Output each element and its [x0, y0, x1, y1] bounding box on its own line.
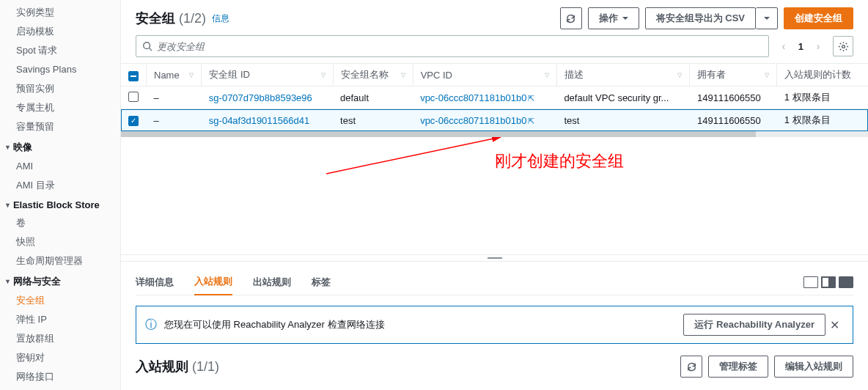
caret-down-icon: ▼ — [4, 144, 11, 151]
export-csv-button[interactable]: 将安全组导出为 CSV — [645, 7, 756, 29]
view-mode-split-horizontal[interactable] — [821, 276, 836, 288]
vpcid-link[interactable]: vpc-06ccc8071181b01b0 — [420, 115, 526, 126]
sidebar-item-ami-catalog[interactable]: AMI 目录 — [0, 176, 120, 195]
tab-tags[interactable]: 标签 — [312, 270, 331, 295]
sidebar-heading-images[interactable]: ▼映像 — [0, 136, 120, 157]
security-groups-table: Name▽ 安全组 ID▽ 安全组名称▽ VPC ID▽ 描述▽ 拥有者▽ 入站… — [121, 63, 868, 131]
search-input[interactable] — [157, 41, 762, 52]
col-name[interactable]: Name▽ — [147, 64, 202, 87]
scrollbar-thumb[interactable] — [121, 131, 756, 137]
row-checkbox[interactable]: ✓ — [128, 116, 139, 126]
manage-tags-button[interactable]: 管理标签 — [708, 356, 768, 378]
tab-details[interactable]: 详细信息 — [136, 270, 174, 295]
col-label: VPC ID — [421, 70, 452, 81]
refresh-rules-button[interactable] — [680, 356, 702, 378]
sidebar-item-capacity-reservations[interactable]: 容量预留 — [0, 117, 120, 136]
svg-point-0 — [144, 43, 150, 49]
sgid-link[interactable]: sg-04af3d19011566d41 — [209, 115, 309, 126]
col-sgname[interactable]: 安全组名称▽ — [333, 64, 413, 87]
vpcid-link[interactable]: vpc-06ccc8071181b01b0 — [420, 92, 526, 103]
splitter-handle[interactable] — [121, 254, 868, 262]
actions-label: 操作 — [599, 12, 618, 25]
row-checkbox[interactable] — [128, 92, 139, 102]
cell-inbound: 1 权限条目 — [777, 87, 868, 109]
close-alert-button[interactable]: ✕ — [825, 318, 844, 332]
page-title-text: 安全组 — [136, 11, 175, 26]
sort-icon: ▽ — [765, 73, 769, 77]
col-vpcid[interactable]: VPC ID▽ — [413, 64, 556, 87]
col-label: 入站规则的计数 — [784, 68, 851, 81]
settings-button[interactable] — [833, 36, 853, 56]
info-link[interactable]: 信息 — [212, 12, 229, 25]
sidebar-item-network-interfaces[interactable]: 网络接口 — [0, 367, 120, 386]
section-header: 入站规则 (1/1) 管理标签 编辑入站规则 — [136, 356, 853, 378]
sort-icon: ▽ — [545, 73, 549, 77]
col-label: Name — [154, 70, 180, 81]
table-row[interactable]: – sg-0707d79b8b8593e96 default vpc-06ccc… — [121, 87, 868, 109]
tab-inbound-rules[interactable]: 入站规则 — [194, 269, 232, 295]
cell-owner: 149111606550 — [690, 109, 777, 132]
create-security-group-button[interactable]: 创建安全组 — [784, 7, 853, 29]
caret-down-icon: ▼ — [4, 278, 11, 285]
sidebar-item-reserved-instances[interactable]: 预留实例 — [0, 79, 120, 98]
tabs: 详细信息 入站规则 出站规则 标签 — [136, 269, 853, 295]
sidebar-item-launch-templates[interactable]: 启动模板 — [0, 22, 120, 41]
table-row[interactable]: ✓ – sg-04af3d19011566d41 test vpc-06ccc8… — [121, 109, 868, 132]
sort-icon: ▽ — [677, 73, 682, 77]
grip-icon — [488, 257, 502, 259]
caret-down-icon: ▼ — [4, 202, 11, 209]
select-all-checkbox[interactable] — [128, 71, 139, 81]
sgid-link[interactable]: sg-0707d79b8b8593e96 — [209, 92, 312, 103]
sidebar-heading-load-balancing[interactable]: ▼负载平衡 — [0, 386, 120, 390]
view-mode-single[interactable] — [803, 276, 818, 288]
next-page-button[interactable]: › — [812, 40, 824, 52]
sidebar-item-placement-groups[interactable]: 置放群组 — [0, 329, 120, 348]
sidebar-item-volumes[interactable]: 卷 — [0, 213, 120, 232]
page-number: 1 — [798, 41, 803, 52]
sidebar-item-savings-plans[interactable]: Savings Plans — [0, 60, 120, 79]
external-link-icon: ⇱ — [528, 94, 534, 103]
sidebar-heading-network-security[interactable]: ▼网络与安全 — [0, 271, 120, 291]
sidebar-item-lifecycle-manager[interactable]: 生命周期管理器 — [0, 251, 120, 271]
actions-button[interactable]: 操作 — [588, 7, 639, 29]
sidebar-item-ami[interactable]: AMI — [0, 157, 120, 176]
cell-name: – — [147, 109, 202, 132]
sidebar-item-instance-types[interactable]: 实例类型 — [0, 3, 120, 22]
view-mode-full[interactable] — [839, 276, 853, 288]
svg-line-1 — [150, 48, 152, 51]
col-owner[interactable]: 拥有者▽ — [690, 64, 777, 87]
sidebar-item-elastic-ips[interactable]: 弹性 IP — [0, 310, 120, 329]
section-title: 入站规则 (1/1) — [136, 358, 219, 375]
sidebar-item-dedicated-hosts[interactable]: 专属主机 — [0, 98, 120, 117]
sidebar-item-security-groups[interactable]: 安全组 — [0, 291, 120, 310]
refresh-icon — [565, 13, 576, 24]
col-sgid[interactable]: 安全组 ID▽ — [202, 64, 333, 87]
run-reachability-analyzer-button[interactable]: 运行 Reachability Analyzer — [683, 314, 825, 336]
col-label: 安全组名称 — [341, 68, 389, 81]
search-box[interactable] — [136, 35, 769, 57]
export-csv-dropdown[interactable] — [756, 7, 778, 29]
search-icon — [142, 41, 152, 51]
chevron-down-icon — [622, 17, 628, 20]
svg-point-2 — [842, 45, 845, 48]
cell-inbound: 1 权限条目 — [777, 109, 868, 132]
cell-sgname: test — [333, 109, 413, 132]
gear-icon — [838, 41, 849, 52]
col-desc[interactable]: 描述▽ — [556, 64, 690, 87]
info-icon: ⓘ — [145, 317, 157, 333]
sidebar-heading-ebs[interactable]: ▼Elastic Block Store — [0, 195, 120, 213]
refresh-button[interactable] — [560, 7, 582, 29]
sidebar-item-spot-requests[interactable]: Spot 请求 — [0, 41, 120, 60]
sidebar-item-key-pairs[interactable]: 密钥对 — [0, 348, 120, 367]
col-inbound[interactable]: 入站规则的计数 — [777, 64, 868, 87]
tab-outbound-rules[interactable]: 出站规则 — [253, 270, 291, 295]
prev-page-button[interactable]: ‹ — [778, 40, 790, 52]
view-mode-switcher — [803, 276, 853, 288]
page-title: 安全组 (1/2) — [136, 10, 206, 27]
horizontal-scrollbar[interactable] — [121, 131, 868, 137]
edit-inbound-rules-button[interactable]: 编辑入站规则 — [774, 356, 853, 378]
cell-desc: default VPC security gr... — [556, 87, 690, 109]
sort-icon: ▽ — [401, 73, 405, 77]
sidebar-item-snapshots[interactable]: 快照 — [0, 232, 120, 251]
panel-header: 安全组 (1/2) 信息 操作 将安全组导出为 CSV 创建安全组 — [121, 0, 868, 35]
